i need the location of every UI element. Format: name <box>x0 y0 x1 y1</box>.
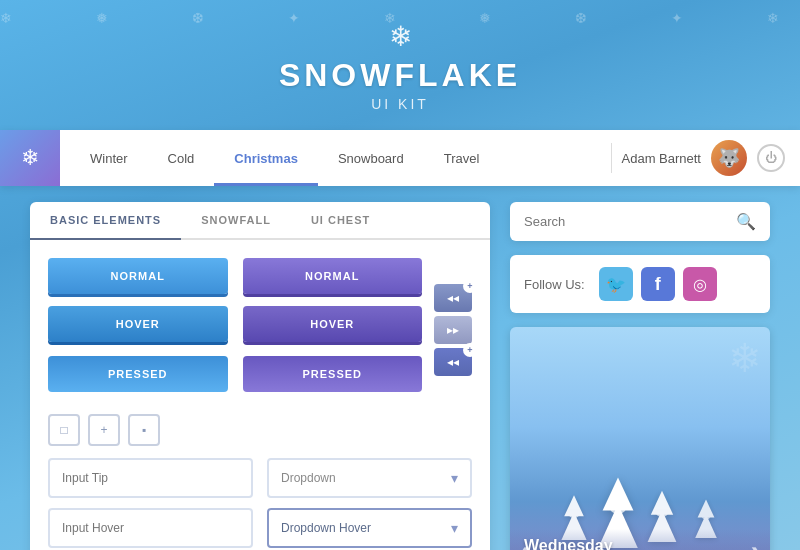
image-card-next[interactable]: ❯ <box>749 544 764 550</box>
navbar-items: Winter Cold Christmas Snowboard Travel <box>60 130 611 186</box>
input-row-2: Dropdown Hover ▾ <box>48 508 472 548</box>
btn-hover-purple[interactable]: HOVER <box>243 306 423 342</box>
dropdown-2[interactable]: Dropdown Hover ▾ <box>267 508 472 548</box>
input-tip[interactable] <box>48 458 253 498</box>
nav-item-travel[interactable]: Travel <box>424 130 500 186</box>
facebook-icon[interactable]: f <box>641 267 675 301</box>
image-card-overlay: Wednesday December 2014 <box>510 529 770 550</box>
navbar-avatar: 🐺 <box>711 140 747 176</box>
plus-badge-top: + <box>463 279 477 293</box>
nav-item-snowboard[interactable]: Snowboard <box>318 130 424 186</box>
social-icons: 🐦 f ◎ <box>599 267 717 301</box>
follow-box: Follow Us: 🐦 f ◎ <box>510 255 770 313</box>
panel-tabs: BASIC ELEMENTS SNOWFALL UI CHEST <box>30 202 490 240</box>
nav-item-cold[interactable]: Cold <box>148 130 215 186</box>
nav-item-christmas[interactable]: Christmas <box>214 130 318 186</box>
image-card-day: Wednesday <box>524 537 756 550</box>
tab-ui-chest[interactable]: UI CHEST <box>291 202 390 240</box>
image-card: ❄ Wednesday December 2014 <box>510 327 770 550</box>
chevron-down-icon: ▾ <box>451 470 458 486</box>
navbar: ❄ Winter Cold Christmas Snowboard Travel… <box>0 130 800 186</box>
left-panel: BASIC ELEMENTS SNOWFALL UI CHEST NORMAL … <box>30 202 490 550</box>
navbar-snowflake-icon: ❄ <box>21 145 39 171</box>
main-content: BASIC ELEMENTS SNOWFALL UI CHEST NORMAL … <box>0 186 800 550</box>
dropdown-2-label: Dropdown Hover <box>281 521 371 535</box>
dropdown-1[interactable]: Dropdown ▾ <box>267 458 472 498</box>
icon-btn-square[interactable]: □ <box>48 414 80 446</box>
btn-hover-blue[interactable]: HOVER <box>48 306 228 342</box>
btn-row-pressed: PRESSED PRESSED <box>48 354 422 390</box>
navbar-right: Adam Barnett 🐺 ⏻ <box>611 140 801 176</box>
icon-btn-plus[interactable]: + <box>88 414 120 446</box>
tab-basic-elements[interactable]: BASIC ELEMENTS <box>30 202 181 240</box>
btn-normal-blue[interactable]: NORMAL <box>48 258 228 294</box>
app-subtitle: UI KIT <box>0 96 800 112</box>
header-section: ❄ SNOWFLAKE UI KIT <box>0 0 800 122</box>
twitter-icon[interactable]: 🐦 <box>599 267 633 301</box>
panel-body: NORMAL NORMAL HOVER HOVER PRESSED PRESSE… <box>30 240 490 550</box>
follow-label: Follow Us: <box>524 277 585 292</box>
decorative-snowflake: ❄ <box>728 335 762 381</box>
instagram-icon[interactable]: ◎ <box>683 267 717 301</box>
btn-normal-purple[interactable]: NORMAL <box>243 258 423 294</box>
chevron-left-icon: ◂◂ <box>447 291 459 305</box>
chevron-right-icon: ▸▸ <box>447 323 459 337</box>
arrow-cluster: ◂◂ + ▸▸ ◂◂ + <box>434 284 472 376</box>
btn-row-hover: HOVER HOVER <box>48 306 422 342</box>
right-panel: 🔍 Follow Us: 🐦 f ◎ ❄ <box>510 202 770 550</box>
plus-badge-bottom: + <box>463 343 477 357</box>
arrow-btn-down[interactable]: ◂◂ + <box>434 348 472 376</box>
nav-item-winter[interactable]: Winter <box>70 130 148 186</box>
btn-row-normal: NORMAL NORMAL <box>48 258 422 294</box>
tab-snowfall[interactable]: SNOWFALL <box>181 202 291 240</box>
input-row-1: Dropdown ▾ <box>48 458 472 498</box>
navbar-username: Adam Barnett <box>622 151 702 166</box>
button-section: NORMAL NORMAL HOVER HOVER PRESSED PRESSE… <box>48 258 422 402</box>
search-input[interactable] <box>524 214 736 229</box>
btn-pressed-blue[interactable]: PRESSED <box>48 356 228 392</box>
icon-btn-fill[interactable]: ▪ <box>128 414 160 446</box>
navbar-logo: ❄ <box>0 130 60 186</box>
search-box: 🔍 <box>510 202 770 241</box>
icon-buttons: □ + ▪ <box>48 414 472 446</box>
input-hover[interactable] <box>48 508 253 548</box>
chevron-down-hover-icon: ▾ <box>451 520 458 536</box>
search-icon: 🔍 <box>736 212 756 231</box>
header-snowflake-icon: ❄ <box>0 20 800 53</box>
chevron-left-double-icon: ◂◂ <box>447 355 459 369</box>
arrow-btn-mid[interactable]: ▸▸ <box>434 316 472 344</box>
navbar-divider <box>611 143 612 173</box>
image-card-prev[interactable]: ❮ <box>516 544 531 550</box>
navbar-power-button[interactable]: ⏻ <box>757 144 785 172</box>
arrow-btn-up[interactable]: ◂◂ + <box>434 284 472 312</box>
app-title: SNOWFLAKE <box>0 57 800 94</box>
dropdown-1-label: Dropdown <box>281 471 336 485</box>
btn-pressed-purple[interactable]: PRESSED <box>243 356 423 392</box>
